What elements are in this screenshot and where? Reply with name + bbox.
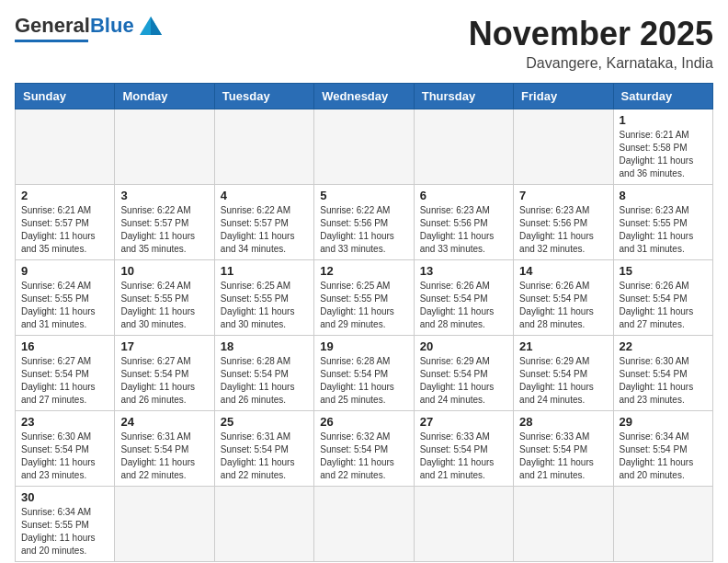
cell-info: Sunrise: 6:22 AM Sunset: 5:57 PM Dayligh…: [120, 204, 208, 256]
cell-info: Sunrise: 6:24 AM Sunset: 5:55 PM Dayligh…: [21, 280, 108, 331]
calendar-cell: [214, 109, 313, 185]
calendar-cell: [314, 487, 414, 562]
day-number: 1: [620, 113, 707, 127]
cell-info: Sunrise: 6:24 AM Sunset: 5:55 PM Dayligh…: [120, 280, 208, 331]
cell-info: Sunrise: 6:23 AM Sunset: 5:56 PM Dayligh…: [420, 204, 507, 256]
header-monday: Monday: [115, 84, 214, 109]
day-number: 14: [519, 264, 607, 278]
day-number: 19: [320, 339, 407, 353]
logo: GeneralBlue: [15, 15, 164, 42]
day-number: 17: [120, 339, 208, 353]
cell-info: Sunrise: 6:31 AM Sunset: 5:54 PM Dayligh…: [221, 431, 308, 482]
calendar-cell: 7Sunrise: 6:23 AM Sunset: 5:56 PM Daylig…: [514, 185, 613, 260]
cell-info: Sunrise: 6:30 AM Sunset: 5:54 PM Dayligh…: [21, 431, 108, 482]
calendar-week-row: 1Sunrise: 6:21 AM Sunset: 5:58 PM Daylig…: [16, 109, 713, 185]
day-number: 20: [420, 339, 507, 353]
calendar-cell: 18Sunrise: 6:28 AM Sunset: 5:54 PM Dayli…: [214, 336, 313, 411]
calendar-header-row: SundayMondayTuesdayWednesdayThursdayFrid…: [16, 84, 713, 109]
day-number: 29: [620, 415, 707, 429]
cell-info: Sunrise: 6:22 AM Sunset: 5:57 PM Dayligh…: [221, 204, 308, 256]
logo-underline: [15, 40, 88, 42]
day-number: 22: [620, 339, 707, 353]
cell-info: Sunrise: 6:31 AM Sunset: 5:54 PM Dayligh…: [120, 431, 208, 482]
calendar-cell: 5Sunrise: 6:22 AM Sunset: 5:56 PM Daylig…: [314, 185, 414, 260]
day-number: 16: [21, 339, 108, 353]
day-number: 11: [221, 264, 308, 278]
cell-info: Sunrise: 6:22 AM Sunset: 5:56 PM Dayligh…: [320, 204, 407, 256]
calendar-cell: [613, 487, 712, 562]
cell-info: Sunrise: 6:28 AM Sunset: 5:54 PM Dayligh…: [320, 355, 407, 407]
header-friday: Friday: [514, 84, 613, 109]
header-saturday: Saturday: [613, 84, 712, 109]
cell-info: Sunrise: 6:30 AM Sunset: 5:54 PM Dayligh…: [620, 355, 707, 407]
calendar-cell: [414, 109, 513, 185]
cell-info: Sunrise: 6:26 AM Sunset: 5:54 PM Dayligh…: [620, 280, 707, 331]
calendar-week-row: 9Sunrise: 6:24 AM Sunset: 5:55 PM Daylig…: [16, 260, 713, 336]
calendar-cell: [16, 109, 115, 185]
calendar-cell: 11Sunrise: 6:25 AM Sunset: 5:55 PM Dayli…: [214, 260, 313, 336]
cell-info: Sunrise: 6:33 AM Sunset: 5:54 PM Dayligh…: [519, 431, 607, 482]
calendar-cell: 1Sunrise: 6:21 AM Sunset: 5:58 PM Daylig…: [613, 109, 712, 185]
day-number: 5: [320, 189, 407, 202]
title-area: November 2025 Davangere, Karnataka, Indi…: [469, 15, 713, 72]
day-number: 2: [21, 189, 108, 202]
calendar-cell: 13Sunrise: 6:26 AM Sunset: 5:54 PM Dayli…: [414, 260, 513, 336]
calendar-cell: [514, 487, 613, 562]
cell-info: Sunrise: 6:28 AM Sunset: 5:54 PM Dayligh…: [221, 355, 308, 407]
calendar-cell: 6Sunrise: 6:23 AM Sunset: 5:56 PM Daylig…: [414, 185, 513, 260]
calendar-cell: [414, 487, 513, 562]
calendar-cell: 25Sunrise: 6:31 AM Sunset: 5:54 PM Dayli…: [214, 411, 313, 487]
calendar-cell: [214, 487, 313, 562]
calendar-cell: [314, 109, 414, 185]
cell-info: Sunrise: 6:21 AM Sunset: 5:58 PM Dayligh…: [620, 129, 707, 180]
cell-info: Sunrise: 6:27 AM Sunset: 5:54 PM Dayligh…: [21, 355, 108, 407]
day-number: 12: [320, 264, 407, 278]
calendar-cell: 26Sunrise: 6:32 AM Sunset: 5:54 PM Dayli…: [314, 411, 414, 487]
day-number: 28: [519, 415, 607, 429]
day-number: 26: [320, 415, 407, 429]
calendar-cell: 16Sunrise: 6:27 AM Sunset: 5:54 PM Dayli…: [16, 336, 115, 411]
subtitle: Davangere, Karnataka, India: [469, 55, 713, 72]
day-number: 18: [221, 339, 308, 353]
calendar-cell: 10Sunrise: 6:24 AM Sunset: 5:55 PM Dayli…: [115, 260, 214, 336]
page-header: GeneralBlue November 2025 Davangere, Kar…: [15, 15, 713, 72]
cell-info: Sunrise: 6:21 AM Sunset: 5:57 PM Dayligh…: [21, 204, 108, 256]
day-number: 4: [221, 189, 308, 202]
svg-marker-1: [151, 17, 162, 35]
calendar-cell: 21Sunrise: 6:29 AM Sunset: 5:54 PM Dayli…: [514, 336, 613, 411]
calendar-cell: 15Sunrise: 6:26 AM Sunset: 5:54 PM Dayli…: [613, 260, 712, 336]
day-number: 15: [620, 264, 707, 278]
calendar-cell: 9Sunrise: 6:24 AM Sunset: 5:55 PM Daylig…: [16, 260, 115, 336]
calendar-cell: 14Sunrise: 6:26 AM Sunset: 5:54 PM Dayli…: [514, 260, 613, 336]
cell-info: Sunrise: 6:29 AM Sunset: 5:54 PM Dayligh…: [420, 355, 507, 407]
logo-icon: [138, 15, 164, 37]
cell-info: Sunrise: 6:26 AM Sunset: 5:54 PM Dayligh…: [519, 280, 607, 331]
calendar-cell: [514, 109, 613, 185]
cell-info: Sunrise: 6:23 AM Sunset: 5:56 PM Dayligh…: [519, 204, 607, 256]
day-number: 6: [420, 189, 507, 202]
calendar-cell: 28Sunrise: 6:33 AM Sunset: 5:54 PM Dayli…: [514, 411, 613, 487]
calendar-cell: 12Sunrise: 6:25 AM Sunset: 5:55 PM Dayli…: [314, 260, 414, 336]
calendar-cell: 24Sunrise: 6:31 AM Sunset: 5:54 PM Dayli…: [115, 411, 214, 487]
cell-info: Sunrise: 6:29 AM Sunset: 5:54 PM Dayligh…: [519, 355, 607, 407]
calendar-cell: [115, 109, 214, 185]
calendar-cell: 8Sunrise: 6:23 AM Sunset: 5:55 PM Daylig…: [613, 185, 712, 260]
day-number: 23: [21, 415, 108, 429]
calendar-week-row: 30Sunrise: 6:34 AM Sunset: 5:55 PM Dayli…: [16, 487, 713, 562]
calendar-cell: 19Sunrise: 6:28 AM Sunset: 5:54 PM Dayli…: [314, 336, 414, 411]
calendar-table: SundayMondayTuesdayWednesdayThursdayFrid…: [15, 83, 713, 562]
calendar-week-row: 16Sunrise: 6:27 AM Sunset: 5:54 PM Dayli…: [16, 336, 713, 411]
day-number: 3: [120, 189, 208, 202]
day-number: 21: [519, 339, 607, 353]
calendar-week-row: 2Sunrise: 6:21 AM Sunset: 5:57 PM Daylig…: [16, 185, 713, 260]
cell-info: Sunrise: 6:27 AM Sunset: 5:54 PM Dayligh…: [120, 355, 208, 407]
calendar-cell: 17Sunrise: 6:27 AM Sunset: 5:54 PM Dayli…: [115, 336, 214, 411]
day-number: 27: [420, 415, 507, 429]
cell-info: Sunrise: 6:26 AM Sunset: 5:54 PM Dayligh…: [420, 280, 507, 331]
header-tuesday: Tuesday: [214, 84, 313, 109]
cell-info: Sunrise: 6:32 AM Sunset: 5:54 PM Dayligh…: [320, 431, 407, 482]
calendar-cell: 29Sunrise: 6:34 AM Sunset: 5:54 PM Dayli…: [613, 411, 712, 487]
header-wednesday: Wednesday: [314, 84, 414, 109]
main-title: November 2025: [469, 15, 713, 53]
calendar-cell: 27Sunrise: 6:33 AM Sunset: 5:54 PM Dayli…: [414, 411, 513, 487]
